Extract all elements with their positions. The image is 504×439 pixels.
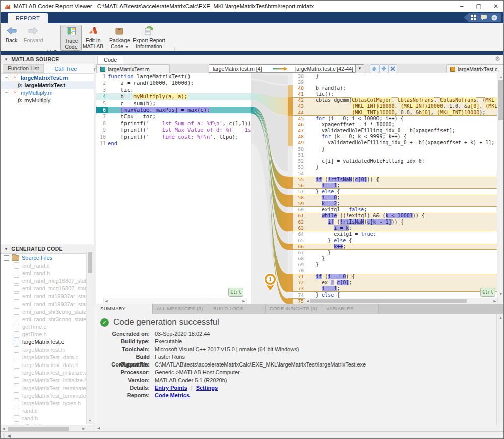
- code-line[interactable]: 62 if (!rtIsNaN(c[k - 1])) {: [288, 219, 497, 225]
- scroll-down-arrow[interactable]: ▼: [87, 418, 93, 424]
- code-line[interactable]: 10 fprintf(' Time cost: %f\n', tCpu);: [96, 134, 251, 140]
- scroll-right-arrow[interactable]: ▶: [492, 298, 497, 304]
- generated-file-item[interactable]: largeMatrixTest_initialize.h: [1, 377, 94, 384]
- package-code-button[interactable]: Package Code ▼: [109, 25, 130, 50]
- code-line[interactable]: 40 b_rand(a);: [288, 85, 497, 91]
- code-line[interactable]: 60 exitg1 = false;: [288, 207, 497, 213]
- sidebar-horizontal-scrollbar[interactable]: ◀ ▶: [1, 425, 94, 432]
- generated-file-item[interactable]: largeMatrixTest_data.c: [1, 353, 94, 361]
- scroll-left-arrow[interactable]: ◀: [305, 298, 310, 304]
- generated-file-item[interactable]: rand.c: [1, 407, 94, 415]
- code-line[interactable]: 9 fprintf(' 1st Max Value of d: %f 1st M…: [96, 127, 251, 133]
- function-item[interactable]: fxmyMultiply: [1, 96, 94, 104]
- scroll-up-arrow[interactable]: ▲: [497, 315, 504, 321]
- tab-report[interactable]: REPORT: [8, 13, 48, 23]
- bottom-tab-variables[interactable]: VARIABLES: [322, 304, 379, 314]
- code-line[interactable]: 11end: [96, 140, 251, 147]
- code-line[interactable]: 2 a = rand(10000, 10000);: [96, 80, 251, 86]
- trace-selector-combobox[interactable]: largeMatrixTest.m [4] largeMatrixTest.c …: [209, 64, 356, 73]
- code-line[interactable]: 59 k = 2;: [288, 201, 497, 207]
- scroll-down-arrow[interactable]: ▼: [497, 291, 504, 297]
- summary-link[interactable]: Settings: [196, 385, 218, 391]
- source-files-root[interactable]: –Source Files: [1, 254, 94, 262]
- tab-function-list[interactable]: Function List: [3, 64, 44, 73]
- back-button[interactable]: Back: [6, 25, 17, 43]
- forward-button[interactable]: Forward: [24, 25, 43, 43]
- code-line[interactable]: 66 k++;: [288, 244, 497, 250]
- feedback-bubble-icon[interactable]: [481, 15, 487, 20]
- tab-code[interactable]: Code: [97, 56, 123, 64]
- code-line[interactable]: 38 }: [288, 73, 497, 79]
- code-line[interactable]: 54: [288, 171, 497, 177]
- layout-grid-icon[interactable]: [471, 15, 476, 20]
- generated-file-item[interactable]: eml_rand_mcg16807_statefu: [1, 285, 94, 292]
- maximize-button[interactable]: ▢: [470, 1, 487, 12]
- code-line[interactable]: 4 b = myMultiply(a, a);: [96, 93, 251, 100]
- c-code-pane[interactable]: 38 }3940 b_rand(a);41 tic();42 cblas_dge…: [288, 73, 497, 304]
- generated-file-item[interactable]: largeMatrixTest_terminate.h: [1, 392, 94, 399]
- source-file-item[interactable]: –fxlargeMatrixTest.m: [1, 74, 94, 81]
- clear-trace-button[interactable]: [388, 64, 397, 74]
- previous-trace-button[interactable]: [370, 64, 379, 74]
- matlab-source-header[interactable]: ▼ MATLAB SOURCE: [1, 55, 94, 64]
- code-line[interactable]: 44 (MKL_INT)10000, 0.0, &b[0], (MKL_INT)…: [288, 110, 497, 116]
- generated-file-item[interactable]: eml_rand_shr3cong_stateful: [1, 315, 94, 323]
- scroll-right-arrow[interactable]: ▶: [241, 298, 246, 304]
- tab-call-tree[interactable]: Call Tree: [48, 66, 83, 72]
- trace-code-button[interactable]: Trace Code: [60, 25, 82, 51]
- m-file-tab[interactable]: largeMatrixTest.m: [96, 64, 170, 74]
- c-file-tab[interactable]: largeMatrixTest.c: [446, 64, 504, 74]
- scroll-left-arrow[interactable]: ◀: [1, 426, 7, 432]
- minimize-button[interactable]: –: [453, 1, 470, 12]
- code-line[interactable]: 61 while ((!exitg1) && (k < 10001)) {: [288, 213, 497, 219]
- code-line[interactable]: 8 fprintf(' 1st Sum of a: %f\n', c(1,1))…: [96, 120, 251, 127]
- bottom-tab-code-insights-[interactable]: CODE INSIGHTS (0): [266, 304, 322, 314]
- code-line[interactable]: 7 tCpu = toc;: [96, 113, 251, 120]
- sidebar-vertical-scrollbar[interactable]: ▼: [86, 251, 94, 424]
- code-line[interactable]: 41 tic();: [288, 91, 497, 97]
- code-line[interactable]: 47 validatedHoleFilling_idx_0 = b[xpageo…: [288, 128, 497, 134]
- code-line[interactable]: 50 }: [288, 146, 497, 152]
- code-line[interactable]: 73 i = 1;: [288, 286, 497, 292]
- code-line[interactable]: 64 exitg1 = true;: [288, 231, 497, 237]
- bottom-tab-build-logs[interactable]: BUILD LOGS: [209, 304, 266, 314]
- gear-icon[interactable]: ⚙: [495, 55, 500, 62]
- generated-file-item[interactable]: eml_rand.h: [1, 269, 94, 277]
- code-line[interactable]: 65 } else {: [288, 238, 497, 244]
- code-line[interactable]: 49 validatedHoleFilling_idx_0 += b[(xpag…: [288, 140, 497, 146]
- collapse-box-icon[interactable]: –: [4, 90, 9, 95]
- generated-file-item[interactable]: eml_rand_mt19937ar_statefu: [1, 300, 94, 308]
- function-item[interactable]: fxlargeMatrixTest: [1, 81, 94, 89]
- scroll-left-arrow[interactable]: ◀: [104, 298, 109, 304]
- collapse-panel-icon[interactable]: ▏◀: [4, 433, 11, 438]
- generated-file-item[interactable]: getTime.h: [1, 331, 94, 338]
- generated-file-item[interactable]: eml_rand.c: [1, 262, 94, 269]
- summary-link[interactable]: Entry Points: [155, 385, 187, 391]
- code-line[interactable]: 55 if (!rtIsNaN(c[0])) {: [288, 177, 497, 183]
- collapse-box-icon[interactable]: –: [4, 75, 9, 80]
- bottom-tab-all-messages-[interactable]: ALL MESSAGES (0): [153, 304, 209, 314]
- edit-in-matlab-button[interactable]: Edit In MATLAB: [83, 25, 103, 49]
- code-line[interactable]: 51: [288, 152, 497, 158]
- export-report-button[interactable]: Export Report Information: [133, 25, 165, 49]
- code-line[interactable]: 52 c[i] = validatedHoleFilling_idx_0;: [288, 158, 497, 164]
- generated-code-header[interactable]: ▼ GENERATED CODE: [1, 244, 94, 254]
- summary-vertical-scrollbar[interactable]: ▲: [496, 314, 504, 425]
- generated-file-item[interactable]: largeMatrixTest.h: [1, 346, 94, 353]
- code-line[interactable]: 63 i = k;: [288, 225, 497, 231]
- code-line[interactable]: 67 }: [288, 250, 497, 256]
- generated-file-item[interactable]: getTime.c: [1, 323, 94, 331]
- code-line[interactable]: 72 ex = c[0];: [288, 280, 497, 286]
- generated-file-item[interactable]: eml_rand_mt19937ar_statefu: [1, 292, 94, 300]
- summary-link[interactable]: Code Metrics: [155, 392, 190, 398]
- code-line[interactable]: 6 [maxValue, maxPos] = max(c);: [96, 107, 251, 113]
- matlab-code-pane[interactable]: 1function largeMatrixTest()2 a = rand(10…: [96, 73, 251, 304]
- scroll-up-arrow[interactable]: ▲: [497, 74, 504, 80]
- next-trace-button[interactable]: [379, 64, 388, 74]
- code-line[interactable]: 48 for (k = 0; k < 9999; k++) {: [288, 134, 497, 140]
- code-line[interactable]: 68 }: [288, 256, 497, 262]
- code-line[interactable]: 45 for (i = 0; i < 10000; i++) {: [288, 116, 497, 122]
- code-line[interactable]: 57 } else {: [288, 189, 497, 195]
- generated-file-item[interactable]: largeMatrixTest.c: [1, 338, 94, 346]
- scroll-right-arrow[interactable]: ▶: [81, 426, 87, 432]
